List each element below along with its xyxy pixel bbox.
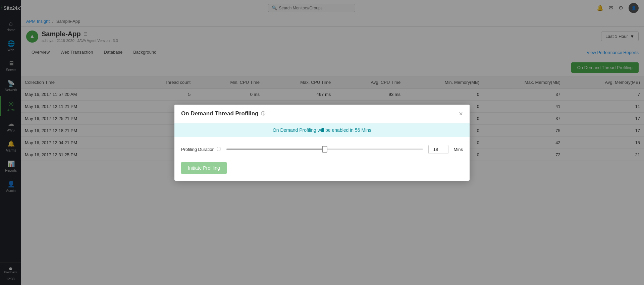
modal-info-icon[interactable]: ⓘ: [261, 111, 265, 117]
profiling-duration-text: Profiling Duration: [181, 147, 215, 152]
modal-title: On Demand Thread Profiling ⓘ: [181, 110, 265, 117]
modal-footer: Initiate Profiling: [174, 162, 470, 181]
modal-body: Profiling Duration ⓘ Mins: [174, 137, 470, 162]
profiling-duration-input[interactable]: [428, 145, 448, 154]
modal-info-bar: On Demand Profiling will be enabled in 5…: [174, 123, 470, 137]
modal-header: On Demand Thread Profiling ⓘ ×: [174, 105, 470, 123]
mins-label: Mins: [454, 147, 463, 152]
profiling-duration-label: Profiling Duration ⓘ: [181, 146, 221, 152]
slider-track: [226, 149, 423, 150]
profiling-slider-container: [226, 149, 423, 150]
initiate-profiling-button[interactable]: Initiate Profiling: [181, 162, 227, 174]
modal-info-message: On Demand Profiling will be enabled in 5…: [273, 127, 371, 133]
modal-close-button[interactable]: ×: [459, 110, 463, 118]
slider-fill: [226, 149, 325, 150]
profiling-row: Profiling Duration ⓘ Mins: [181, 145, 463, 154]
slider-thumb[interactable]: [322, 146, 327, 153]
profiling-info-icon[interactable]: ⓘ: [217, 146, 221, 152]
modal: On Demand Thread Profiling ⓘ × On Demand…: [174, 105, 470, 181]
modal-overlay: On Demand Thread Profiling ⓘ × On Demand…: [0, 0, 644, 285]
modal-title-text: On Demand Thread Profiling: [181, 110, 258, 117]
